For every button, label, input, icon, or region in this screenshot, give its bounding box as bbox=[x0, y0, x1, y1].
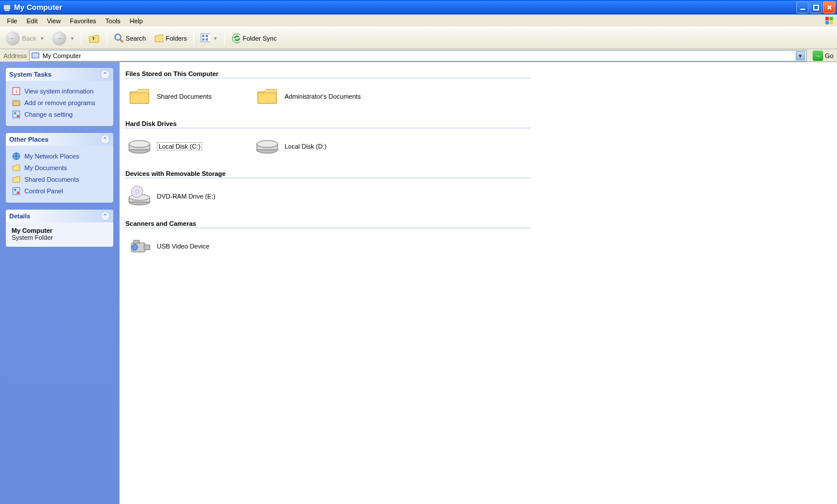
folders-icon bbox=[154, 34, 163, 43]
svg-point-33 bbox=[129, 141, 150, 147]
group-header-hard-disk-drives: Hard Disk Drives bbox=[124, 119, 531, 128]
item-administrators-documents[interactable]: Administrator's Documents bbox=[254, 82, 376, 111]
link-label: My Network Places bbox=[24, 153, 79, 160]
svg-text:i: i bbox=[16, 88, 17, 95]
panel-title: Details bbox=[9, 213, 30, 219]
menu-favorites[interactable]: Favorites bbox=[65, 16, 100, 26]
svg-rect-14 bbox=[206, 35, 208, 37]
svg-point-37 bbox=[257, 141, 278, 147]
separator bbox=[224, 31, 225, 45]
svg-point-45 bbox=[132, 244, 138, 250]
svg-rect-7 bbox=[829, 17, 833, 20]
item-shared-documents[interactable]: Shared Documents bbox=[127, 82, 249, 111]
camera-icon bbox=[127, 233, 152, 259]
go-arrow-icon: → bbox=[813, 51, 823, 61]
panel-header[interactable]: Details ⌃ bbox=[6, 210, 113, 222]
link-label: View system information bbox=[24, 88, 94, 95]
folder-icon bbox=[12, 163, 21, 172]
link-label: Change a setting bbox=[24, 111, 73, 118]
collapse-icon[interactable]: ⌃ bbox=[100, 211, 110, 221]
item-dvd-ram-drive[interactable]: DVD-RAM Drive (E:) bbox=[127, 182, 249, 211]
separator bbox=[107, 31, 107, 45]
collapse-icon[interactable]: ⌃ bbox=[100, 135, 110, 144]
folders-button[interactable]: Folders bbox=[150, 30, 191, 47]
menu-file[interactable]: File bbox=[2, 16, 22, 26]
address-field[interactable]: My Computer ▾ bbox=[29, 50, 807, 62]
maximize-button[interactable] bbox=[810, 1, 822, 13]
panel-header[interactable]: System Tasks ⌃ bbox=[6, 68, 113, 81]
panel-other-places: Other Places ⌃ My Network Places My Docu… bbox=[6, 133, 113, 203]
menu-tools[interactable]: Tools bbox=[101, 16, 125, 26]
panel-title: System Tasks bbox=[9, 71, 52, 78]
search-label: Search bbox=[125, 35, 146, 42]
menu-help[interactable]: Help bbox=[125, 16, 148, 26]
collapse-icon[interactable]: ⌃ bbox=[100, 70, 110, 79]
folder-icon bbox=[12, 175, 21, 184]
toolbar: ← Back ▼ → ▼ Search Folders ▼ Folder Syn… bbox=[0, 28, 837, 49]
separator bbox=[193, 31, 194, 45]
link-my-documents[interactable]: My Documents bbox=[12, 162, 107, 174]
item-label: Administrator's Documents bbox=[285, 93, 361, 100]
forward-button[interactable]: → ▼ bbox=[49, 30, 78, 47]
svg-rect-46 bbox=[144, 245, 150, 250]
menu-edit[interactable]: Edit bbox=[22, 16, 42, 26]
back-button[interactable]: ← Back ▼ bbox=[2, 30, 48, 47]
svg-rect-8 bbox=[825, 21, 829, 24]
content-area[interactable]: Files Stored on This Computer Shared Doc… bbox=[119, 62, 837, 504]
item-usb-video-device[interactable]: USB Video Device bbox=[127, 232, 249, 261]
close-button[interactable] bbox=[823, 1, 835, 13]
menu-view[interactable]: View bbox=[42, 16, 66, 26]
link-my-network-places[interactable]: My Network Places bbox=[12, 150, 107, 162]
group-header-removable-storage: Devices with Removable Storage bbox=[124, 169, 531, 178]
link-shared-documents[interactable]: Shared Documents bbox=[12, 174, 107, 185]
folder-sync-button[interactable]: Folder Sync bbox=[228, 30, 281, 47]
group-header-files-stored: Files Stored on This Computer bbox=[124, 69, 531, 78]
link-label: Shared Documents bbox=[24, 176, 79, 183]
search-icon bbox=[114, 34, 123, 43]
svg-rect-0 bbox=[3, 5, 10, 10]
svg-rect-3 bbox=[814, 5, 818, 10]
link-add-remove-programs[interactable]: Add or remove programs bbox=[12, 97, 107, 109]
address-dropdown-icon[interactable]: ▾ bbox=[796, 51, 805, 60]
up-button[interactable] bbox=[84, 30, 104, 47]
windows-flag-icon bbox=[824, 16, 835, 26]
address-label: Address bbox=[0, 52, 29, 59]
minimize-button[interactable] bbox=[796, 1, 809, 13]
link-view-system-information[interactable]: i View system information bbox=[12, 85, 107, 97]
chevron-down-icon: ▼ bbox=[39, 36, 44, 41]
svg-rect-23 bbox=[13, 100, 20, 102]
link-label: Add or remove programs bbox=[24, 99, 95, 106]
svg-rect-6 bbox=[825, 17, 829, 20]
item-label: Local Disk (C:) bbox=[157, 142, 202, 150]
item-label: DVD-RAM Drive (E:) bbox=[157, 193, 215, 200]
folders-label: Folders bbox=[166, 35, 187, 42]
go-button[interactable]: → Go bbox=[809, 50, 837, 62]
svg-rect-1 bbox=[5, 10, 9, 11]
chevron-down-icon: ▼ bbox=[213, 36, 218, 41]
folder-sync-label: Folder Sync bbox=[243, 35, 277, 42]
dvd-drive-icon bbox=[127, 183, 152, 209]
folder-up-icon bbox=[88, 32, 100, 45]
link-change-setting[interactable]: Change a setting bbox=[12, 109, 107, 120]
link-control-panel[interactable]: Control Panel bbox=[12, 185, 107, 197]
control-panel-icon bbox=[12, 186, 21, 196]
sync-icon bbox=[231, 34, 240, 43]
panel-header[interactable]: Other Places ⌃ bbox=[6, 133, 113, 146]
hard-disk-icon bbox=[127, 134, 152, 159]
back-icon: ← bbox=[6, 31, 20, 45]
folder-icon bbox=[254, 84, 280, 109]
item-label: Local Disk (D:) bbox=[285, 143, 326, 150]
search-button[interactable]: Search bbox=[110, 30, 149, 47]
address-value: My Computer bbox=[42, 52, 81, 59]
svg-rect-15 bbox=[202, 38, 204, 41]
svg-point-10 bbox=[115, 34, 121, 40]
views-button[interactable]: ▼ bbox=[197, 30, 221, 47]
details-name: My Computer bbox=[12, 227, 107, 234]
my-computer-icon bbox=[31, 51, 40, 60]
network-icon bbox=[12, 152, 21, 161]
svg-point-34 bbox=[146, 149, 148, 151]
item-local-disk-d[interactable]: Local Disk (D:) bbox=[254, 132, 376, 161]
group-header-scanners-cameras: Scanners and Cameras bbox=[124, 219, 531, 228]
svg-point-38 bbox=[274, 149, 275, 151]
item-local-disk-c[interactable]: Local Disk (C:) bbox=[127, 132, 249, 161]
